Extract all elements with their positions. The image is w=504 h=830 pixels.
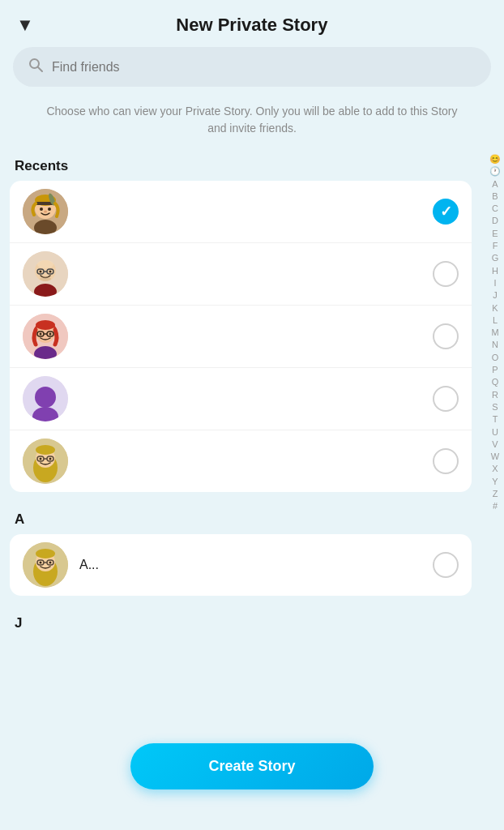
section-a: A	[0, 503, 481, 596]
friend-name: A...	[79, 558, 433, 572]
svg-line-1	[38, 67, 42, 71]
svg-point-20	[40, 276, 51, 281]
alpha-E[interactable]: E	[492, 228, 498, 239]
alpha-T[interactable]: T	[493, 413, 498, 425]
alpha-L[interactable]: L	[493, 314, 498, 326]
list-item[interactable]	[10, 243, 472, 306]
a-section-header: A	[0, 503, 481, 534]
svg-point-9	[48, 208, 51, 211]
selection-toggle[interactable]	[433, 448, 459, 474]
recents-list: ✓	[10, 181, 472, 492]
selection-toggle[interactable]	[433, 261, 459, 287]
search-bar	[13, 47, 491, 87]
svg-point-42	[49, 458, 52, 460]
alpha-H[interactable]: H	[492, 265, 498, 276]
alpha-X[interactable]: X	[492, 463, 498, 474]
section-j: J	[0, 607, 481, 735]
svg-point-33	[35, 387, 56, 408]
avatar	[23, 189, 68, 234]
main-content: 😊 🕐 A B C D E F G H I J K L M N O P Q R …	[0, 150, 504, 735]
list-item[interactable]: A...	[10, 534, 472, 596]
alpha-A[interactable]: A	[492, 178, 498, 190]
alpha-Q[interactable]: Q	[492, 376, 499, 387]
a-list: A...	[10, 534, 472, 596]
avatar	[23, 439, 68, 484]
alpha-C[interactable]: C	[492, 203, 498, 214]
selection-toggle[interactable]	[433, 323, 459, 349]
alpha-O[interactable]: O	[492, 352, 499, 363]
svg-point-17	[40, 271, 42, 273]
a-label: A	[15, 511, 24, 527]
list-item[interactable]	[10, 368, 472, 430]
j-label: J	[15, 615, 22, 631]
alpha-I[interactable]: I	[493, 277, 496, 289]
svg-point-19	[37, 260, 53, 268]
recents-section-header: Recents	[0, 150, 481, 181]
avatar	[23, 251, 68, 297]
svg-point-10	[44, 211, 47, 213]
avatar	[23, 376, 68, 421]
checkmark-icon: ✓	[440, 204, 452, 219]
svg-point-8	[40, 208, 43, 211]
alphabet-sidebar: 😊 🕐 A B C D E F G H I J K L M N O P Q R …	[486, 150, 504, 516]
alpha-S[interactable]: S	[492, 401, 498, 413]
alpha-M[interactable]: M	[491, 327, 498, 338]
create-story-button[interactable]: Create Story	[130, 743, 374, 789]
search-icon	[28, 57, 44, 77]
alpha-Z[interactable]: Z	[493, 488, 498, 499]
svg-point-18	[49, 271, 52, 273]
svg-point-50	[40, 562, 42, 564]
recents-label: Recents	[15, 158, 68, 173]
alpha-N[interactable]: N	[492, 339, 498, 350]
selection-toggle[interactable]: ✓	[433, 199, 459, 225]
svg-point-29	[40, 333, 42, 336]
alpha-K[interactable]: K	[492, 302, 498, 314]
page-title: New Private Story	[41, 15, 463, 36]
alpha-hash[interactable]: #	[493, 500, 498, 511]
alpha-D[interactable]: D	[492, 215, 498, 226]
chevron-down-icon[interactable]: ▼	[16, 15, 34, 36]
alpha-U[interactable]: U	[492, 426, 498, 438]
description-text: Choose who can view your Private Story. …	[0, 96, 504, 150]
search-container	[0, 47, 504, 96]
alpha-J[interactable]: J	[493, 289, 498, 301]
search-input[interactable]	[52, 60, 476, 75]
alpha-V[interactable]: V	[492, 439, 498, 450]
avatar	[23, 542, 68, 588]
list-item[interactable]	[10, 306, 472, 368]
selection-toggle[interactable]	[433, 386, 459, 412]
alpha-P[interactable]: P	[492, 364, 498, 375]
list-item[interactable]	[10, 430, 472, 492]
svg-point-51	[49, 562, 52, 564]
selection-toggle[interactable]	[433, 552, 459, 578]
alpha-G[interactable]: G	[492, 252, 499, 263]
alpha-B[interactable]: B	[492, 190, 498, 202]
svg-point-30	[49, 333, 52, 336]
alpha-F[interactable]: F	[493, 240, 498, 251]
svg-point-46	[36, 549, 55, 558]
svg-point-37	[36, 445, 55, 455]
avatar	[23, 314, 68, 359]
alpha-clock[interactable]: 🕐	[489, 165, 501, 177]
svg-point-41	[40, 458, 42, 460]
j-section-header: J	[0, 607, 481, 638]
header: ▼ New Private Story	[0, 0, 504, 47]
list-item[interactable]: ✓	[10, 181, 472, 243]
alpha-emoji[interactable]: 😊	[489, 153, 501, 165]
alpha-R[interactable]: R	[492, 389, 498, 400]
alpha-W[interactable]: W	[491, 451, 499, 462]
svg-point-25	[36, 320, 55, 330]
alpha-Y[interactable]: Y	[492, 476, 498, 487]
